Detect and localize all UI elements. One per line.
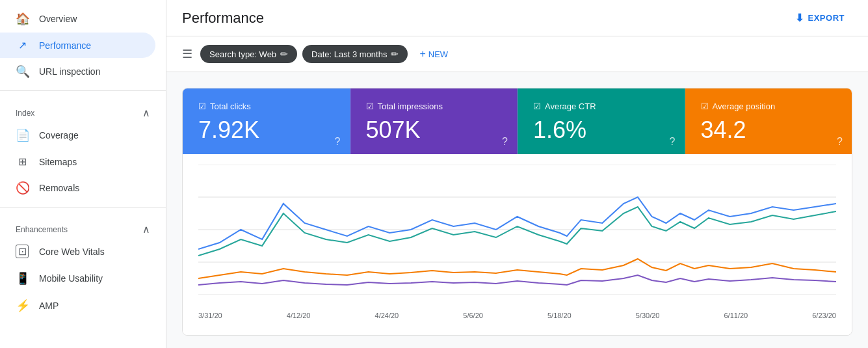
chart-area: 3/31/20 4/12/20 4/24/20 5/6/20 5/18/20 5… — [183, 154, 852, 335]
x-label-5: 5/18/20 — [547, 312, 572, 319]
sidebar-label-mobile-usability: Mobile Usability — [39, 273, 103, 284]
x-label-2: 4/12/20 — [287, 312, 311, 319]
help-icon-clicks[interactable]: ? — [335, 136, 341, 148]
mobile-icon: 📱 — [16, 271, 29, 286]
section-enhancements-label: Enhancements — [16, 225, 68, 234]
sidebar-item-amp[interactable]: ⚡ AMP — [0, 292, 155, 319]
sidebar-label-removals: Removals — [39, 183, 79, 193]
section-index-label: Index — [16, 109, 34, 118]
x-label-4: 5/6/20 — [463, 312, 483, 319]
coverage-icon: 📄 — [16, 128, 29, 142]
metric-total-clicks-value: 7.92K — [198, 116, 334, 144]
check-icon-clicks: ☑ — [198, 101, 206, 111]
edit-date-icon: ✏ — [391, 49, 399, 59]
check-icon-position: ☑ — [701, 101, 709, 111]
check-icon-impressions: ☑ — [366, 101, 374, 111]
metric-total-clicks-header: ☑ Total clicks — [198, 101, 334, 111]
amp-icon: ⚡ — [16, 299, 29, 313]
metric-total-impressions-label: Total impressions — [378, 101, 443, 111]
check-icon-ctr: ☑ — [533, 101, 541, 111]
page-header: Performance ⬇ EXPORT — [166, 0, 868, 36]
sidebar-label-core-web-vitals: Core Web Vitals — [39, 247, 105, 257]
sidebar-label-coverage: Coverage — [39, 130, 79, 141]
metric-average-ctr-label: Average CTR — [545, 101, 596, 111]
export-button[interactable]: ⬇ EXPORT — [787, 7, 852, 29]
search-icon: 🔍 — [16, 64, 29, 79]
edit-search-type-icon: ✏ — [280, 49, 288, 59]
filter-chip-date-label: Date: Last 3 months — [311, 49, 387, 59]
metric-average-position-label: Average position — [713, 101, 776, 111]
sidebar-item-coverage[interactable]: 📄 Coverage — [0, 122, 155, 149]
metric-total-impressions: ☑ Total impressions 507K ? — [350, 88, 518, 154]
home-icon: 🏠 — [16, 12, 29, 26]
help-icon-position[interactable]: ? — [837, 136, 843, 148]
divider-1 — [0, 90, 166, 91]
x-label-3: 4/24/20 — [375, 312, 399, 319]
metrics-card: ☑ Total clicks 7.92K ? ☑ Total impressio… — [182, 88, 852, 336]
metric-average-position: ☑ Average position 34.2 ? — [685, 88, 852, 154]
filter-bar: ☰ Search type: Web ✏ Date: Last 3 months… — [166, 36, 868, 72]
sidebar-item-url-inspection[interactable]: 🔍 URL inspection — [0, 58, 155, 85]
chart-svg — [198, 165, 836, 295]
x-axis-labels: 3/31/20 4/12/20 4/24/20 5/6/20 5/18/20 5… — [198, 308, 836, 319]
sidebar-label-performance: Performance — [39, 40, 91, 51]
sidebar-item-overview[interactable]: 🏠 Overview — [0, 5, 155, 33]
sidebar-label-sitemaps: Sitemaps — [39, 157, 77, 167]
sidebar-item-performance[interactable]: ↗ Performance — [0, 33, 155, 58]
sidebar-label-amp: AMP — [39, 301, 59, 311]
filter-chip-date[interactable]: Date: Last 3 months ✏ — [302, 45, 408, 63]
sidebar: 🏠 Overview ↗ Performance 🔍 URL inspectio… — [0, 0, 166, 348]
trending-icon: ↗ — [16, 39, 29, 51]
content-area: ☑ Total clicks 7.92K ? ☑ Total impressio… — [166, 72, 868, 348]
metrics-row: ☑ Total clicks 7.92K ? ☑ Total impressio… — [183, 88, 852, 154]
x-label-1: 3/31/20 — [198, 312, 222, 319]
metric-average-ctr: ☑ Average CTR 1.6% ? — [518, 88, 685, 154]
filter-chip-search-type-label: Search type: Web — [209, 49, 276, 59]
plus-icon: + — [419, 48, 425, 60]
filter-chip-search-type[interactable]: Search type: Web ✏ — [200, 45, 297, 63]
metric-average-position-header: ☑ Average position — [701, 101, 837, 111]
filter-toggle-icon[interactable]: ☰ — [182, 47, 192, 61]
position-line — [198, 275, 836, 285]
section-enhancements: Enhancements ∧ — [0, 213, 166, 238]
metric-average-position-value: 34.2 — [701, 116, 837, 144]
x-label-8: 6/23/20 — [812, 312, 836, 319]
sidebar-item-sitemaps[interactable]: ⊞ Sitemaps — [0, 149, 155, 174]
sidebar-label-overview: Overview — [39, 14, 77, 24]
sidebar-item-mobile-usability[interactable]: 📱 Mobile Usability — [0, 265, 155, 292]
sidebar-label-url-inspection: URL inspection — [39, 66, 100, 77]
metric-total-clicks-label: Total clicks — [210, 101, 251, 111]
export-icon: ⬇ — [795, 12, 804, 24]
divider-2 — [0, 207, 166, 207]
export-label: EXPORT — [808, 13, 845, 23]
help-icon-impressions[interactable]: ? — [502, 136, 508, 148]
main-content: Performance ⬇ EXPORT ☰ Search type: Web … — [166, 0, 868, 348]
performance-chart — [198, 165, 836, 308]
section-index-chevron[interactable]: ∧ — [142, 107, 150, 119]
x-label-6: 5/30/20 — [636, 312, 660, 319]
sidebar-item-core-web-vitals[interactable]: ⊡ Core Web Vitals — [0, 238, 155, 265]
section-enhancements-chevron[interactable]: ∧ — [142, 223, 150, 235]
core-web-vitals-icon: ⊡ — [16, 245, 29, 258]
page-title: Performance — [182, 10, 264, 27]
new-filter-button[interactable]: + NEW — [413, 44, 454, 64]
metric-total-impressions-value: 507K — [366, 116, 502, 144]
help-icon-ctr[interactable]: ? — [670, 136, 676, 148]
metric-average-ctr-value: 1.6% — [533, 116, 669, 144]
metric-total-impressions-header: ☑ Total impressions — [366, 101, 502, 111]
sitemaps-icon: ⊞ — [16, 155, 29, 168]
removals-icon: 🚫 — [16, 181, 29, 195]
section-index: Index ∧ — [0, 96, 166, 122]
metric-average-ctr-header: ☑ Average CTR — [533, 101, 669, 111]
new-button-label: NEW — [428, 49, 448, 59]
sidebar-item-removals[interactable]: 🚫 Removals — [0, 174, 155, 202]
x-label-7: 6/11/20 — [724, 312, 748, 319]
metric-total-clicks: ☑ Total clicks 7.92K ? — [183, 88, 350, 154]
